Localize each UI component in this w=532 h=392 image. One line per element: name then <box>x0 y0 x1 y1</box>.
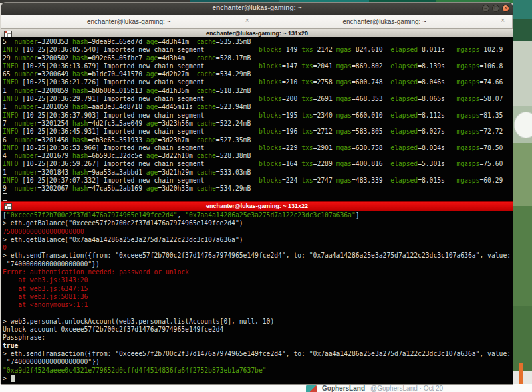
terminal-line: 1 number=3201843 hash=9aa53a…3abbd1 age=… <box>3 169 513 177</box>
tab-label: enchanter@lukas-gaming: ~ <box>343 18 427 25</box>
tab-bar: enchanter@lukas-gaming: ~ × enchanter@lu… <box>1 15 513 29</box>
tab-terminal-1[interactable]: enchanter@lukas-gaming: ~ × <box>1 15 257 28</box>
terminal-line <box>3 310 513 318</box>
pane-header-top[interactable]: enchanter@lukas-gaming: ~ 131x20 <box>1 29 513 37</box>
terminal-line: Unlock account 0xceee57f2b700c2f37d1476a… <box>3 326 513 334</box>
terminal-line: 1 number=3200859 hash=b8b08a…015b13 age=… <box>3 87 513 95</box>
terminal-line: INFO [10-25|20:36:45.931] Imported new c… <box>3 128 513 136</box>
terminal-window: enchanter@lukas-gaming: ~ – □ × enchante… <box>1 3 513 384</box>
terminal-pane-geth-console[interactable]: ["0xceee57f2b700c2f37d1476a7974965e149fc… <box>1 211 513 384</box>
close-icon[interactable]: × <box>502 5 509 12</box>
terminal-line: INFO [10-25|20:36:29.791] Imported new c… <box>3 95 513 103</box>
terminal-line: 4 number=3201679 hash=6b593c…32dc5e age=… <box>3 152 513 160</box>
window-controls: – □ × <box>482 5 509 12</box>
terminal-line: 9 number=3202067 hash=47ca5b…2ab169 age=… <box>3 185 513 193</box>
pane-group-icon[interactable] <box>4 31 12 37</box>
tab-label: enchanter@lukas-gaming: ~ <box>87 18 171 25</box>
terminal-line: "74000000000000000000"}) <box>3 358 513 366</box>
terminal-line: 65 number=3200649 hash=b1dc70…941570 age… <box>3 70 513 78</box>
terminal-line: INFO [10-25|20:36:13.679] Imported new c… <box>3 62 513 70</box>
terminal-line: 6 number=3201450 hash=eb3e65…351933 age=… <box>3 136 513 144</box>
terminal-line: INFO [10-25|20:36:53.966] Imported new c… <box>3 144 513 152</box>
terminal-line: > eth.sendTransaction({from: "0xceee57f2… <box>3 252 513 260</box>
tweet-author: GophersLand <box>322 385 365 392</box>
background-browser-strip <box>0 384 532 392</box>
terminal-line: 7 number=3201254 hash=4d2fc3…5ae049 age=… <box>3 120 513 128</box>
terminal-line: INFO [10-25|20:37:07.332] Imported new c… <box>3 177 513 185</box>
terminal-line: 750000000000000000000 <box>3 228 513 236</box>
avatar <box>306 385 317 392</box>
terminal-line: "74000000000000000000"}) <box>3 260 513 268</box>
terminal-line: at web3.js:6347:15 <box>3 285 513 293</box>
tab-terminal-2[interactable]: enchanter@lukas-gaming: ~ × <box>257 15 513 28</box>
window-title: enchanter@lukas-gaming: ~ <box>1 4 513 11</box>
pane-title: enchanter@lukas-gaming: ~ 131x22 <box>1 202 513 211</box>
pane-header-bottom-active[interactable]: enchanter@lukas-gaming: ~ 131x22 <box>1 201 513 211</box>
terminal-line: INFO [10-25|20:36:37.903] Imported new c… <box>3 112 513 120</box>
terminal-line: 5 number=3200353 hash=9dea9c…65ed7d age=… <box>3 38 513 46</box>
maximize-icon[interactable]: □ <box>492 5 499 12</box>
terminal-line: at web3.js:3143:20 <box>3 276 513 284</box>
terminal-line: Error: authentication needed: password o… <box>3 268 513 276</box>
terminal-line: INFO [10-25|20:36:21.726] Imported new c… <box>3 78 513 86</box>
terminal-line: INFO [10-25|20:36:59.267] Imported new c… <box>3 160 513 168</box>
window-titlebar[interactable]: enchanter@lukas-gaming: ~ – □ × <box>1 3 513 15</box>
pane-group-icon[interactable] <box>4 203 12 210</box>
terminal-line: at web3.js:5081:36 <box>3 293 513 301</box>
terminal-line: true <box>3 342 513 350</box>
tweet-meta: @GophersLand · Oct 20 <box>370 385 443 392</box>
desktop-wallpaper-right <box>513 0 532 392</box>
terminal-line: INFO [10-25|20:36:05.540] Imported new c… <box>3 46 513 54</box>
terminal-line: > eth.getBalance("0xceee57f2b700c2f37d14… <box>3 219 513 227</box>
pane-title: enchanter@lukas-gaming: ~ 131x20 <box>1 29 513 37</box>
background-tweet: GophersLand @GophersLand · Oct 20 <box>306 385 443 392</box>
terminal-line: > web3.personal.unlockAccount(web3.perso… <box>3 318 513 326</box>
terminal-line: 29 number=3200502 hash=092e65…05fbc7 age… <box>3 54 513 62</box>
terminal-line: > <box>3 375 513 383</box>
terminal-line: Passphrase: <box>3 334 513 342</box>
terminal-line: at <anonymous>:1:1 <box>3 301 513 309</box>
tab-close-icon[interactable]: × <box>245 17 249 24</box>
terminal-line: 0 <box>3 244 513 252</box>
terminal-line: 1 number=3201059 hash=aad3e3…4d8718 age=… <box>3 103 513 111</box>
minimize-icon[interactable]: – <box>482 5 489 12</box>
background-orange-sliver <box>519 363 523 384</box>
tab-close-icon[interactable]: × <box>501 17 505 24</box>
terminal-pane-geth-log[interactable]: 5 number=3200353 hash=9dea9c…65ed7d age=… <box>1 37 513 201</box>
terminal-line: ["0xceee57f2b700c2f37d1476a7974965e149fc… <box>3 211 513 219</box>
terminal-line: "0xa9d2f4524aeee0c4321e779652d0cffd4f451… <box>3 367 513 375</box>
terminal-line <box>3 193 513 201</box>
terminal-line: > eth.sendTransaction({from: "0xceee57f2… <box>3 350 513 358</box>
terminal-line: > eth.getBalance("0x7aa4a14286a25e3a275d… <box>3 236 513 244</box>
